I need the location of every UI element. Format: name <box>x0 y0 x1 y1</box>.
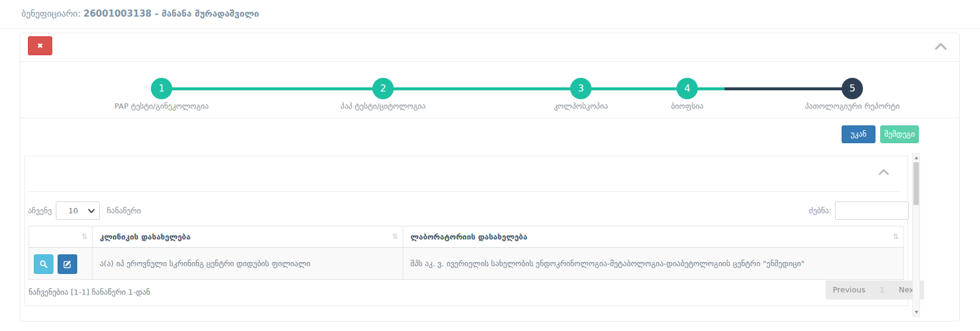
page-size-select[interactable]: 10 <box>56 201 100 220</box>
step-1-circle[interactable]: 1 <box>151 78 172 99</box>
column-header-clinic[interactable]: კლინიკის დასახელება ⇅ <box>93 226 403 247</box>
column-header-label: კლინიკის დასახელება <box>100 232 191 241</box>
close-button[interactable]: ✖ <box>28 36 52 55</box>
arrow-up-icon <box>915 156 918 159</box>
next-button[interactable]: შემდეგი <box>880 125 919 143</box>
sort-icon: ⇅ <box>81 232 87 241</box>
laboratory-name: შპს აკ. ვ. ივერიელის სახელობის ენდოკრინო… <box>410 259 805 268</box>
panel-collapse-button[interactable] <box>934 42 947 50</box>
stepper-progress <box>162 87 725 90</box>
step-4-label: ბიოფსია <box>671 102 704 111</box>
step-1-label: PAP ტესტი/გინეკოლოგია <box>115 102 209 111</box>
table-header-row: ⇅ კლინიკის დასახელება ⇅ ლაბორატორიის დას… <box>29 226 904 248</box>
cell-clinic: ა(ა) იპ ეროვნული სკრინინგ ცენტრი დიდუბის… <box>93 248 403 279</box>
step-4-circle[interactable]: 4 <box>676 78 698 99</box>
beneficiary-header: ბენეფიციარი: 26001003138 - მანანა მურადა… <box>0 0 980 29</box>
page: ბენეფიციარი: 26001003138 - მანანა მურადა… <box>0 0 980 331</box>
search-icon <box>39 260 48 269</box>
beneficiary-value: 26001003138 - მანანა მურადაშვილი <box>83 8 259 19</box>
step-5-circle[interactable]: 5 <box>842 78 863 99</box>
pagination-previous[interactable]: Previous <box>826 280 872 300</box>
view-button[interactable] <box>34 254 53 274</box>
cell-actions <box>29 248 93 279</box>
step-3-label: კოლპოსკოპია <box>554 102 608 111</box>
chevron-up-icon <box>934 42 947 51</box>
card-divider <box>29 191 899 192</box>
step-5-label: პათოლოგიური რეპორტი <box>805 102 900 111</box>
close-icon: ✖ <box>37 42 43 50</box>
chevron-down-icon <box>88 209 95 213</box>
clinic-name: ა(ა) იპ ეროვნული სკრინინგ ცენტრი დიდუბის… <box>100 259 310 268</box>
table-info: ნაჩვენებია [1-1] ჩანაწერი 1-დან <box>29 288 150 297</box>
pagination-current-page[interactable]: 1 <box>872 280 892 300</box>
sort-icon: ⇅ <box>392 232 398 241</box>
beneficiary-text: ბენეფიციარი: 26001003138 - მანანა მურადა… <box>21 8 259 19</box>
panel-head-divider <box>20 61 959 62</box>
chevron-up-icon <box>878 168 890 176</box>
table-row: ა(ა) იპ ეროვნული სკრინინგ ცენტრი დიდუბის… <box>29 248 904 280</box>
pencil-square-icon <box>63 260 72 269</box>
beneficiary-label: ბენეფიციარი: <box>21 8 81 19</box>
sort-icon: ⇅ <box>893 232 899 241</box>
search-label: ძებნა: <box>808 206 832 215</box>
search-input[interactable] <box>835 201 909 220</box>
column-header-actions[interactable]: ⇅ <box>29 226 93 247</box>
vertical-scrollbar[interactable] <box>912 153 920 317</box>
length-label-after: ჩანაწერი <box>107 206 141 215</box>
scroll-down-arrow[interactable] <box>913 308 919 316</box>
edit-button[interactable] <box>58 254 77 274</box>
step-2-circle[interactable]: 2 <box>372 78 394 99</box>
pagination: Previous 1 Next <box>826 280 924 300</box>
page-size-value: 10 <box>68 206 78 215</box>
length-label-before: აჩვენე <box>28 206 52 215</box>
card-collapse-button[interactable] <box>878 167 890 175</box>
stepper-divider <box>20 118 959 118</box>
column-header-label: ლაბორატორიის დასახელება <box>410 232 527 241</box>
back-button[interactable]: უკან <box>842 125 875 143</box>
scrollbar-thumb[interactable] <box>913 162 919 205</box>
arrow-down-icon <box>915 311 918 314</box>
step-2-label: პაპ ტესტი/ციტოლოგია <box>340 102 425 111</box>
cell-laboratory: შპს აკ. ვ. ივერიელის სახელობის ენდოკრინო… <box>403 248 903 279</box>
column-header-laboratory[interactable]: ლაბორატორიის დასახელება ⇅ <box>403 226 903 247</box>
step-3-circle[interactable]: 3 <box>570 78 592 99</box>
scroll-up-arrow[interactable] <box>913 154 919 162</box>
